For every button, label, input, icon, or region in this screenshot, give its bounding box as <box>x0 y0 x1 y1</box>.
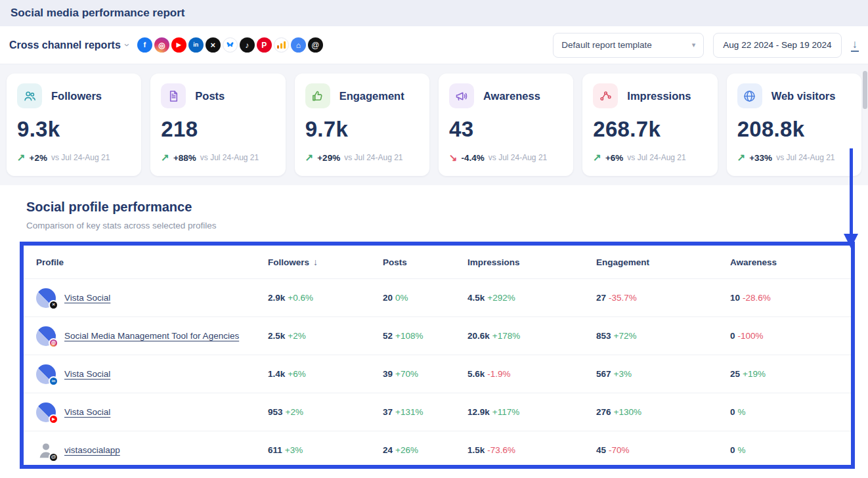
stat-compare: vs Jul 24-Aug 21 <box>51 153 110 162</box>
trend-up-icon: ↗ <box>161 152 169 163</box>
followers-cell: 953+2% <box>268 407 383 417</box>
awareness-cell: 0-100% <box>730 331 851 341</box>
report-template-value: Default report template <box>561 40 651 50</box>
profile-cell: @vistasocialapp <box>36 441 268 460</box>
impressions-cell: 5.6k-1.9% <box>467 369 596 379</box>
stat-card-engagement: Engagement9.7k↗+29%vs Jul 24-Aug 21 <box>295 74 429 176</box>
channel-icons: f◎▶in×♪P⌂@ <box>137 37 323 53</box>
profile-link[interactable]: vistasocialapp <box>64 445 120 455</box>
posts-cell: 37+131% <box>383 407 467 417</box>
column-header-impressions[interactable]: Impressions <box>467 257 596 267</box>
facebook-icon[interactable]: f <box>137 37 152 53</box>
followers-cell: 2.9k+0.6% <box>268 293 383 303</box>
pinterest-icon[interactable]: P <box>257 37 272 53</box>
stat-change: +33% <box>749 153 772 163</box>
linkedin-icon[interactable]: in <box>188 37 204 53</box>
toolbar: Cross channel reports › f◎▶in×♪P⌂@ Defau… <box>0 26 868 64</box>
linkedin-badge-icon: in <box>49 376 58 386</box>
profile-link[interactable]: Vista Social <box>64 369 110 379</box>
table-row: ▶Vista Social953+2%37+131%12.9k+117%276+… <box>24 393 851 431</box>
users-icon <box>17 83 42 108</box>
threads-icon[interactable]: @ <box>308 37 323 53</box>
title-bar: Social media performance report <box>0 0 868 26</box>
stat-compare: vs Jul 24-Aug 21 <box>344 153 402 162</box>
impressions-cell: 1.5k-73.6% <box>467 445 596 455</box>
stat-value: 43 <box>449 117 563 142</box>
x-icon[interactable]: × <box>206 37 221 53</box>
chevron-down-icon: ▾ <box>692 41 696 49</box>
posts-cell: 39+70% <box>383 369 467 379</box>
profile-link[interactable]: Vista Social <box>64 293 110 303</box>
youtube-icon[interactable]: ▶ <box>171 37 186 53</box>
followers-cell: 611+3% <box>268 445 383 455</box>
engagement-cell: 45-70% <box>596 445 730 455</box>
column-header-awareness[interactable]: Awareness <box>730 257 851 267</box>
stat-card-awareness: Awareness43↘-4.4%vs Jul 24-Aug 21 <box>439 74 573 176</box>
stat-compare: vs Jul 24-Aug 21 <box>200 153 259 162</box>
profile-performance-table: Profile Followers↓ Posts Impressions Eng… <box>20 242 855 469</box>
date-range-picker[interactable]: Aug 22 2024 - Sep 19 2024 <box>713 33 841 58</box>
google-business-icon[interactable]: ⌂ <box>291 37 306 53</box>
profile-avatar: ◎ <box>36 326 56 346</box>
annotation-arrow-line <box>850 148 853 235</box>
stat-change: +88% <box>173 153 196 163</box>
reports-nav-dropdown[interactable]: Cross channel reports › <box>9 39 129 51</box>
annotation-arrow-head <box>844 234 858 248</box>
page-title: Social media performance report <box>11 7 184 20</box>
impressions-cell: 12.9k+117% <box>467 407 596 417</box>
x-badge-icon: × <box>49 300 58 310</box>
profile-cell: ×Vista Social <box>36 288 268 308</box>
table-body: ×Vista Social2.9k+0.6%200%4.5k+292%27-35… <box>24 278 851 469</box>
thumbs-up-icon <box>305 83 330 108</box>
trend-up-icon: ↗ <box>305 152 314 163</box>
profile-avatar: ▶ <box>36 402 56 422</box>
stat-label: Impressions <box>627 90 691 102</box>
instagram-badge-icon: ◎ <box>49 338 58 348</box>
tiktok-icon[interactable]: ♪ <box>240 37 255 53</box>
table-header: Profile Followers↓ Posts Impressions Eng… <box>24 246 851 278</box>
profile-cell: inVista Social <box>36 364 268 384</box>
awareness-cell: 25+19% <box>730 369 851 379</box>
followers-cell: 1.4k+6% <box>268 369 383 379</box>
stat-label: Web visitors <box>771 90 836 102</box>
google-analytics-icon[interactable] <box>274 37 289 53</box>
column-header-posts[interactable]: Posts <box>383 257 467 267</box>
stat-value: 268.7k <box>593 117 706 142</box>
profile-link[interactable]: Vista Social <box>64 407 110 417</box>
stat-card-web-visitors: Web visitors208.8k↗+33%vs Jul 24-Aug 21 <box>727 74 861 176</box>
report-template-select[interactable]: Default report template ▾ <box>553 33 704 58</box>
stat-change: +2% <box>30 153 47 163</box>
impressions-cell: 20.6k+178% <box>467 331 596 341</box>
stat-card-impressions: Impressions268.7k↗+6%vs Jul 24-Aug 21 <box>582 74 717 176</box>
stat-change: -4.4% <box>462 153 485 163</box>
vertical-scrollbar-thumb[interactable] <box>863 71 867 109</box>
engagement-cell: 27-35.7% <box>596 293 730 303</box>
stat-change: +6% <box>605 153 623 163</box>
engagement-cell: 567+3% <box>596 369 730 379</box>
posts-cell: 24+26% <box>383 445 467 455</box>
stat-label: Awareness <box>483 90 540 102</box>
awareness-cell: 0% <box>730 407 851 417</box>
megaphone-icon <box>449 83 474 108</box>
stat-label: Followers <box>51 90 102 102</box>
section-subtitle: Comparison of key stats across selected … <box>0 215 868 230</box>
profile-avatar: in <box>36 364 56 384</box>
column-header-followers[interactable]: Followers↓ <box>268 257 383 267</box>
posts-cell: 200% <box>383 293 467 303</box>
section-title: Social profile performance <box>0 185 868 215</box>
instagram-icon[interactable]: ◎ <box>154 37 169 53</box>
stat-cards: Followers9.3k↗+2%vs Jul 24-Aug 21Posts21… <box>0 64 868 176</box>
column-header-profile[interactable]: Profile <box>36 257 268 267</box>
download-icon[interactable]: ↓ <box>851 39 859 52</box>
profile-link[interactable]: Social Media Management Tool for Agencie… <box>64 331 239 341</box>
bluesky-icon[interactable] <box>223 37 238 53</box>
profile-cell: ▶Vista Social <box>36 402 268 422</box>
profile-cell: ◎Social Media Management Tool for Agenci… <box>36 326 268 346</box>
stat-change: +29% <box>317 153 340 163</box>
stat-value: 218 <box>161 117 274 142</box>
engagement-cell: 276+130% <box>596 407 730 417</box>
column-header-engagement[interactable]: Engagement <box>596 257 730 267</box>
social-profile-performance-panel: Social profile performance Comparison of… <box>0 185 868 478</box>
table-row: inVista Social1.4k+6%39+70%5.6k-1.9%567+… <box>24 355 851 393</box>
impressions-cell: 4.5k+292% <box>467 293 596 303</box>
